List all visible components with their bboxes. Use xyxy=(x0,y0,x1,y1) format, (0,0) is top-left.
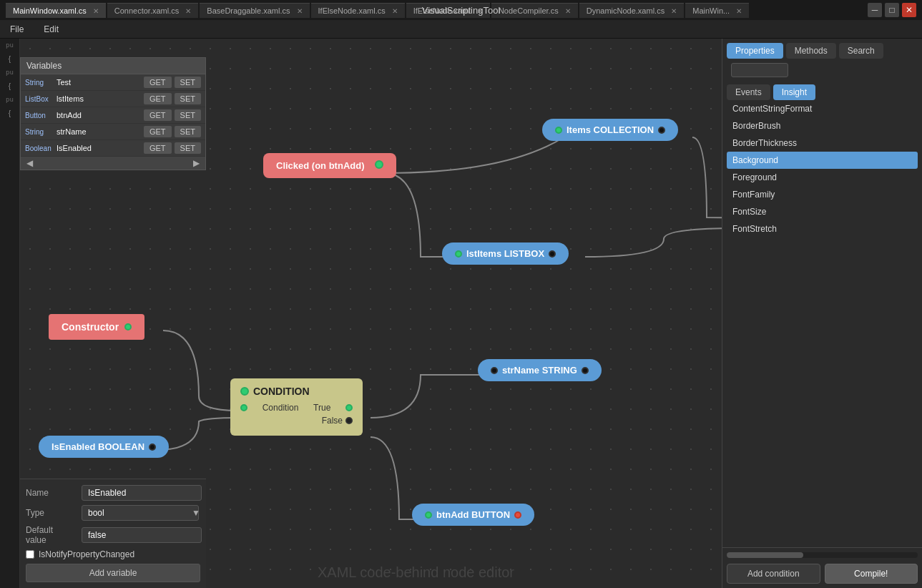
horizontal-scrollbar[interactable] xyxy=(727,552,918,558)
tab-basedraggable[interactable]: BaseDraggable.xaml.cs ✕ xyxy=(200,3,309,18)
default-value-input[interactable] xyxy=(82,527,202,543)
search-input[interactable] xyxy=(731,63,788,77)
sidebar-code-pu: pu xyxy=(6,41,14,49)
window-controls: ─ □ ✕ xyxy=(868,3,916,17)
notify-checkbox[interactable] xyxy=(26,550,34,559)
close-button[interactable]: ✕ xyxy=(902,3,916,17)
close-tab-icon[interactable]: ✕ xyxy=(93,7,99,15)
name-input[interactable] xyxy=(82,485,202,501)
var-name: Test xyxy=(57,78,141,87)
tab-properties[interactable]: Properties xyxy=(727,43,783,59)
tab-mainwindow-xaml-cs[interactable]: MainWindow.xaml.cs ✕ xyxy=(6,3,106,18)
prop-foreground[interactable]: Foreground xyxy=(727,169,918,186)
btnadd-label: btnAdd BUTTON xyxy=(436,509,510,520)
tab-mainwin[interactable]: MainWin... ✕ xyxy=(685,3,749,18)
sidebar-code-pu3: pu xyxy=(6,96,14,103)
name-field-row: Name xyxy=(26,485,200,501)
add-variable-button[interactable]: Add variable xyxy=(26,564,200,582)
get-button[interactable]: GET xyxy=(144,142,172,154)
close-tab-icon[interactable]: ✕ xyxy=(297,7,303,15)
var-name: IsEnabled xyxy=(57,144,141,152)
minimize-button[interactable]: ─ xyxy=(868,3,882,17)
var-row-listitems: ListBox lstItems GET SET xyxy=(21,91,205,107)
menu-bar: File Edit xyxy=(0,20,922,39)
clicked-event-node[interactable]: Clicked (on btnAdd) xyxy=(263,153,396,178)
close-tab-icon[interactable]: ✕ xyxy=(565,7,571,15)
close-tab-icon[interactable]: ✕ xyxy=(671,7,677,15)
clicked-event-label: Clicked (on btnAdd) xyxy=(276,160,365,171)
var-name: btnAdd xyxy=(57,111,141,119)
var-name: lstItems xyxy=(57,94,141,103)
close-tab-icon[interactable]: ✕ xyxy=(736,7,742,15)
prop-fontSize[interactable]: FontSize xyxy=(727,203,918,220)
btnadd-node[interactable]: btnAdd BUTTON xyxy=(412,504,534,526)
condition-left-dot xyxy=(240,404,247,411)
strname-label: strName STRING xyxy=(502,365,577,376)
constructor-node[interactable]: Constructor xyxy=(49,314,144,340)
condition-title: CONDITION xyxy=(253,386,310,397)
variables-scroll: ◀ ▶ xyxy=(21,157,205,170)
compile-button[interactable]: Compile! xyxy=(825,564,918,584)
tab-events[interactable]: Events xyxy=(727,84,770,100)
left-sidebar: pu { pu { pu { xyxy=(0,39,20,588)
set-button[interactable]: SET xyxy=(175,126,201,137)
scroll-left-icon[interactable]: ◀ xyxy=(24,158,36,168)
tab-ifelsenode-cs[interactable]: IfElseNode.xaml.cs ✕ xyxy=(311,3,405,18)
tab-connector-xaml-cs[interactable]: Connector.xaml.cs ✕ xyxy=(107,3,199,18)
close-tab-icon[interactable]: ✕ xyxy=(392,7,398,15)
side-panel: Properties Methods Search Events Insight… xyxy=(722,39,922,588)
type-select[interactable]: bool string int double xyxy=(82,505,199,521)
set-button[interactable]: SET xyxy=(175,93,201,104)
tab-search[interactable]: Search xyxy=(839,43,883,59)
get-button[interactable]: GET xyxy=(144,77,172,88)
variables-panel: Variables String Test GET SET ListBox ls… xyxy=(20,57,206,170)
menu-file[interactable]: File xyxy=(6,23,28,36)
var-row-strname: String strName GET SET xyxy=(21,124,205,140)
prop-fontFamily[interactable]: FontFamily xyxy=(727,186,918,203)
get-button[interactable]: GET xyxy=(144,109,172,121)
var-type: ListBox xyxy=(25,95,54,103)
set-button[interactable]: SET xyxy=(175,109,201,121)
items-collection-label: Items COLLECTION xyxy=(567,124,654,135)
sidebar-icon-3: { xyxy=(1,104,19,122)
set-button[interactable]: SET xyxy=(175,77,201,88)
var-type: Button xyxy=(25,112,54,119)
tab-methods[interactable]: Methods xyxy=(786,43,836,59)
side-bottom: Add condition Compile! xyxy=(722,547,922,588)
scroll-right-icon[interactable]: ▶ xyxy=(190,158,202,168)
tab-dynamicnode[interactable]: DynamicNode.xaml.cs ✕ xyxy=(579,3,684,18)
condition-node[interactable]: CONDITION Condition True False xyxy=(230,378,363,436)
false-label: False xyxy=(322,416,343,426)
items-collection-node[interactable]: Items COLLECTION xyxy=(542,119,678,141)
set-button[interactable]: SET xyxy=(175,142,201,154)
btnadd-input-dot xyxy=(425,511,432,519)
sidebar-icon-2: { xyxy=(1,77,19,94)
btnadd-output-dot xyxy=(514,511,521,519)
prop-contentStringFormat[interactable]: ContentStringFormat xyxy=(727,100,918,117)
prop-fontStretch[interactable]: FontStretch xyxy=(727,220,918,237)
prop-background[interactable]: Background xyxy=(727,152,918,169)
bottom-panel: Name Type bool string int double ▼ Defau… xyxy=(20,479,206,588)
isenabled-node[interactable]: IsEnabled BOOLEAN xyxy=(39,436,169,458)
strname-node[interactable]: strName STRING xyxy=(478,359,602,381)
true-output-dot xyxy=(345,404,353,411)
default-value-label: Default value xyxy=(26,525,76,545)
var-type: String xyxy=(25,128,54,136)
menu-edit[interactable]: Edit xyxy=(39,23,63,36)
close-tab-icon[interactable]: ✕ xyxy=(185,7,191,15)
listitems-node[interactable]: lstItems LISTBOX xyxy=(442,242,569,265)
title-bar: MainWindow.xaml.cs ✕ Connector.xaml.cs ✕… xyxy=(0,0,922,20)
prop-borderThickness[interactable]: BorderThickness xyxy=(727,134,918,152)
tab-insight[interactable]: Insight xyxy=(773,84,815,100)
tab-nodecompiler[interactable]: NodeCompiler.cs ✕ xyxy=(491,3,578,18)
node-output-dot xyxy=(549,250,556,258)
maximize-button[interactable]: □ xyxy=(885,3,899,17)
side-action-buttons: Add condition Compile! xyxy=(727,564,918,584)
prop-borderBrush[interactable]: BorderBrush xyxy=(727,117,918,134)
type-field-row: Type bool string int double ▼ xyxy=(26,505,200,521)
condition-input-dot xyxy=(240,387,249,396)
get-button[interactable]: GET xyxy=(144,126,172,137)
true-label: True xyxy=(313,403,330,413)
get-button[interactable]: GET xyxy=(144,93,172,104)
add-condition-button[interactable]: Add condition xyxy=(727,564,820,584)
